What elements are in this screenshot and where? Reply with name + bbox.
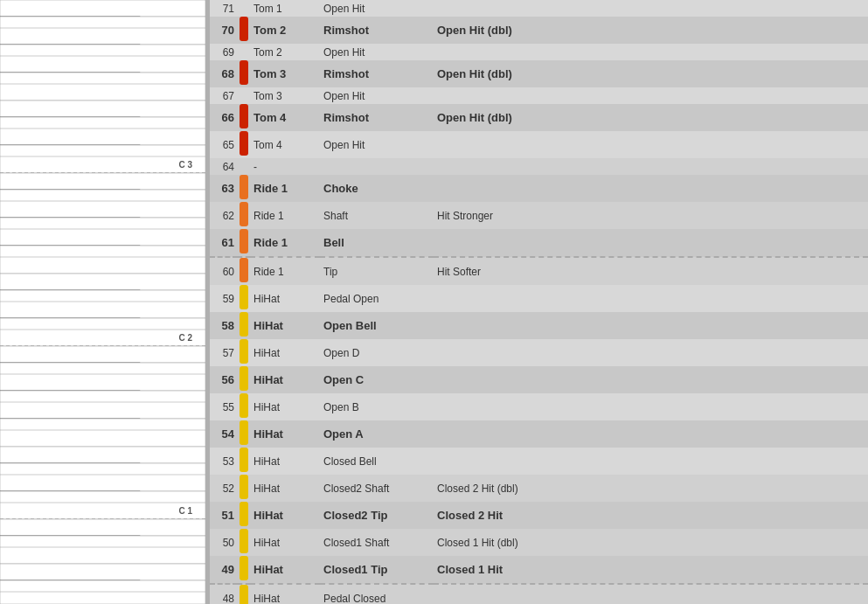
svg-text:C 1: C 1 xyxy=(178,506,192,516)
color-indicator xyxy=(238,87,250,104)
instrument-name: HiHat xyxy=(250,339,320,366)
note-number: 50 xyxy=(210,529,238,556)
table-row: 61Ride 1Bell xyxy=(210,229,868,257)
svg-rect-66 xyxy=(205,0,210,604)
note-number: 70 xyxy=(210,17,238,44)
color-dot-yellow xyxy=(240,475,248,499)
color-indicator xyxy=(238,529,250,556)
note-number: 60 xyxy=(210,257,238,285)
note-extra: Closed 1 Hit (dbl) xyxy=(434,529,868,556)
svg-rect-11 xyxy=(0,101,205,117)
table-row: 68Tom 3RimshotOpen Hit (dbl) xyxy=(210,60,868,87)
note-extra: Closed 2 Hit xyxy=(434,502,868,529)
svg-rect-23 xyxy=(0,201,205,218)
note-action: Open Hit xyxy=(320,131,434,158)
svg-rect-55 xyxy=(0,503,205,519)
table-row: 71Tom 1Open Hit xyxy=(210,0,868,17)
note-extra xyxy=(434,175,868,202)
instrument-name: Ride 1 xyxy=(250,175,320,202)
svg-rect-36 xyxy=(0,330,205,346)
note-extra xyxy=(434,366,868,393)
note-extra xyxy=(434,229,868,257)
svg-rect-65 xyxy=(0,592,205,604)
note-action: Open Hit xyxy=(320,0,434,17)
instrument-name: HiHat xyxy=(250,584,320,604)
note-action: Open Hit xyxy=(320,87,434,104)
table-row: 60Ride 1TipHit Softer xyxy=(210,257,868,285)
instrument-name: Ride 1 xyxy=(250,257,320,285)
color-indicator xyxy=(238,556,250,584)
note-action: Choke xyxy=(320,175,434,202)
instrument-name: Tom 3 xyxy=(250,87,320,104)
note-number: 57 xyxy=(210,339,238,366)
table-row: 54HiHatOpen A xyxy=(210,420,868,448)
table-row: 63Ride 1Choke xyxy=(210,175,868,202)
instrument-name: Tom 4 xyxy=(250,131,320,158)
note-number: 48 xyxy=(210,584,238,604)
note-extra: Hit Softer xyxy=(434,257,868,285)
note-extra xyxy=(434,158,868,175)
color-dot-orange xyxy=(240,229,248,253)
instrument-name: Ride 1 xyxy=(250,202,320,229)
note-action: Pedal Open xyxy=(320,285,434,312)
instrument-name: HiHat xyxy=(250,502,320,529)
color-indicator xyxy=(238,44,250,60)
note-extra: Open Hit (dbl) xyxy=(434,60,868,87)
color-dot-red xyxy=(240,17,248,41)
svg-rect-33 xyxy=(0,302,205,318)
note-extra xyxy=(434,87,868,104)
color-dot-yellow xyxy=(240,585,248,604)
color-indicator xyxy=(238,175,250,202)
svg-rect-49 xyxy=(0,447,205,463)
note-number: 67 xyxy=(210,87,238,104)
instrument-name: - xyxy=(250,158,320,175)
note-extra xyxy=(434,584,868,604)
piano-svg: .wk { fill: white; stroke: #999; stroke-… xyxy=(0,0,210,604)
color-dot-yellow xyxy=(240,393,248,418)
note-action: Open C xyxy=(320,366,434,393)
color-indicator xyxy=(238,366,250,393)
note-action xyxy=(320,158,434,175)
svg-rect-30 xyxy=(0,274,205,290)
svg-rect-39 xyxy=(0,346,205,363)
note-extra: Open Hit (dbl) xyxy=(434,17,868,44)
note-extra xyxy=(434,393,868,420)
note-action: Rimshot xyxy=(320,104,434,131)
note-number: 63 xyxy=(210,175,238,202)
instrument-name: HiHat xyxy=(250,448,320,475)
svg-rect-29 xyxy=(0,257,205,274)
table-row: 57HiHatOpen D xyxy=(210,339,868,366)
note-action: Tip xyxy=(320,257,434,285)
note-action: Closed2 Shaft xyxy=(320,475,434,502)
table-row: 64- xyxy=(210,158,868,175)
svg-rect-61 xyxy=(0,547,205,564)
color-indicator xyxy=(238,60,250,87)
note-action: Bell xyxy=(320,229,434,257)
color-dot-yellow xyxy=(240,339,248,364)
color-dot-yellow xyxy=(240,285,248,309)
note-extra: Hit Stronger xyxy=(434,202,868,229)
svg-rect-20 xyxy=(0,173,205,190)
note-action: Shaft xyxy=(320,202,434,229)
instrument-name: Tom 2 xyxy=(250,44,320,60)
color-indicator xyxy=(238,158,250,175)
instrument-name: HiHat xyxy=(250,285,320,312)
note-action: Closed1 Shaft xyxy=(320,529,434,556)
note-number: 51 xyxy=(210,502,238,529)
instrument-name: HiHat xyxy=(250,529,320,556)
instrument-name: Tom 1 xyxy=(250,0,320,17)
instrument-name: HiHat xyxy=(250,312,320,339)
instrument-name: HiHat xyxy=(250,475,320,502)
note-extra: Closed 1 Hit xyxy=(434,556,868,584)
color-indicator xyxy=(238,420,250,448)
color-indicator xyxy=(238,584,250,604)
note-number: 53 xyxy=(210,448,238,475)
instrument-name: Tom 3 xyxy=(250,60,320,87)
note-number: 71 xyxy=(210,0,238,17)
svg-rect-14 xyxy=(0,128,205,145)
svg-rect-17 xyxy=(0,156,205,173)
note-number: 56 xyxy=(210,366,238,393)
svg-rect-45 xyxy=(0,402,205,419)
color-dot-yellow xyxy=(240,448,248,472)
note-number: 69 xyxy=(210,44,238,60)
